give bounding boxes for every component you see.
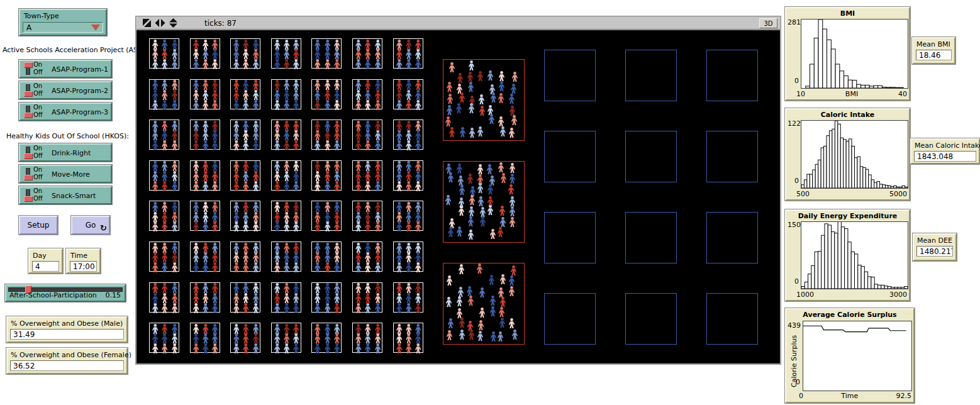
person-icon bbox=[499, 297, 507, 307]
person-icon bbox=[414, 181, 423, 191]
person-icon bbox=[211, 293, 220, 303]
switch-track[interactable] bbox=[26, 84, 30, 96]
person-icon bbox=[201, 252, 210, 262]
switch-handle[interactable] bbox=[24, 62, 33, 68]
person-icon bbox=[211, 283, 220, 293]
person-icon bbox=[354, 303, 363, 313]
person-icon bbox=[395, 324, 404, 334]
horizontal-arrows-icon[interactable] bbox=[155, 18, 165, 28]
switch-handle[interactable] bbox=[24, 91, 33, 97]
switch-drink-right[interactable]: OnOff Drink-Right bbox=[19, 143, 112, 162]
switch-asap-program-2[interactable]: OnOff ASAP-Program-2 bbox=[19, 81, 112, 99]
histogram-bar bbox=[801, 185, 804, 188]
histogram-bar bbox=[831, 49, 835, 88]
household-cell bbox=[230, 79, 260, 109]
day-monitor: Day 4 bbox=[28, 248, 63, 274]
person-icon bbox=[313, 343, 322, 353]
resize-diagonal-icon[interactable] bbox=[142, 18, 152, 28]
histogram-bar bbox=[814, 38, 818, 88]
person-icon bbox=[364, 202, 372, 212]
person-icon bbox=[354, 202, 363, 212]
person-icon bbox=[201, 59, 210, 69]
person-icon bbox=[201, 333, 210, 343]
person-icon bbox=[273, 100, 282, 110]
person-icon bbox=[232, 324, 241, 334]
person-icon bbox=[364, 324, 372, 334]
person-icon bbox=[364, 130, 372, 140]
person-icon bbox=[232, 333, 241, 343]
histogram-bar bbox=[835, 233, 838, 289]
person-icon bbox=[374, 140, 382, 150]
mean-bmi-monitor: Mean BMI 18.46 bbox=[912, 37, 955, 64]
person-icon bbox=[242, 59, 250, 69]
person-icon bbox=[242, 140, 250, 150]
person-icon bbox=[160, 80, 169, 90]
person-icon bbox=[170, 343, 179, 353]
person-icon bbox=[333, 40, 342, 50]
town-type-chooser[interactable]: Town-Type A bbox=[19, 9, 107, 36]
switch-track[interactable] bbox=[26, 147, 30, 158]
person-icon bbox=[374, 121, 382, 131]
person-icon bbox=[323, 90, 332, 100]
person-icon bbox=[374, 283, 382, 293]
person-icon bbox=[414, 171, 423, 181]
x-min-tick: 1000 bbox=[796, 291, 814, 299]
switch-handle[interactable] bbox=[24, 196, 33, 202]
town-type-select[interactable]: A bbox=[23, 22, 103, 33]
person-icon bbox=[201, 303, 210, 313]
switch-move-more[interactable]: OnOff Move-More bbox=[19, 165, 112, 183]
person-icon bbox=[333, 243, 342, 253]
person-icon bbox=[273, 140, 282, 150]
person-icon bbox=[242, 252, 250, 262]
person-icon bbox=[282, 252, 291, 262]
person-icon bbox=[192, 49, 201, 59]
person-icon bbox=[364, 212, 372, 222]
go-button[interactable]: Go ↻ bbox=[71, 216, 110, 235]
switch-track[interactable] bbox=[26, 106, 30, 118]
person-icon bbox=[170, 212, 179, 222]
person-icon bbox=[273, 202, 282, 212]
x-min-tick: 10 bbox=[796, 90, 805, 98]
after-school-participation-slider[interactable]: After-School-Participation 0.15 bbox=[5, 284, 126, 302]
switch-handle[interactable] bbox=[24, 153, 33, 159]
household-cell bbox=[352, 38, 382, 69]
setup-button[interactable]: Setup bbox=[19, 216, 58, 235]
vertical-arrows-icon[interactable] bbox=[169, 18, 178, 28]
person-icon bbox=[374, 171, 382, 181]
female-overweight-value: 36.52 bbox=[10, 360, 124, 371]
person-icon bbox=[170, 293, 179, 303]
switch-track[interactable] bbox=[26, 168, 30, 180]
switch-handle[interactable] bbox=[24, 113, 33, 118]
switch-track[interactable] bbox=[26, 63, 30, 75]
world-canvas[interactable] bbox=[136, 30, 780, 363]
x-max-tick: 3000 bbox=[889, 291, 907, 299]
histogram-bar bbox=[878, 86, 883, 88]
person-icon bbox=[313, 283, 322, 293]
view-3d-button[interactable]: 3D bbox=[759, 18, 777, 28]
household-cell bbox=[393, 38, 423, 69]
switch-asap-program-1[interactable]: OnOff ASAP-Program-1 bbox=[19, 60, 112, 78]
person-icon bbox=[477, 196, 485, 206]
switch-asap-program-3[interactable]: OnOff ASAP-Program-3 bbox=[19, 103, 112, 121]
histogram-bar bbox=[880, 184, 883, 188]
person-icon bbox=[404, 140, 413, 150]
person-icon bbox=[232, 262, 241, 272]
household-cell bbox=[393, 79, 423, 109]
household-cell bbox=[352, 79, 382, 109]
person-icon bbox=[497, 287, 505, 297]
switch-handle[interactable] bbox=[24, 175, 33, 180]
person-icon bbox=[273, 262, 282, 272]
person-icon bbox=[467, 330, 476, 340]
person-icon bbox=[192, 80, 201, 90]
person-icon bbox=[201, 100, 210, 110]
histogram-bar bbox=[898, 287, 901, 289]
switch-off-label: Off bbox=[33, 111, 43, 119]
person-icon bbox=[323, 80, 332, 90]
histogram-bar bbox=[865, 85, 869, 88]
y-min-tick: 0 bbox=[794, 177, 799, 185]
histogram-bar bbox=[813, 170, 815, 188]
switch-track[interactable] bbox=[26, 189, 30, 201]
switch-snack-smart[interactable]: OnOff Snack-Smart bbox=[19, 186, 112, 204]
person-icon bbox=[273, 59, 282, 69]
person-icon bbox=[232, 343, 241, 353]
